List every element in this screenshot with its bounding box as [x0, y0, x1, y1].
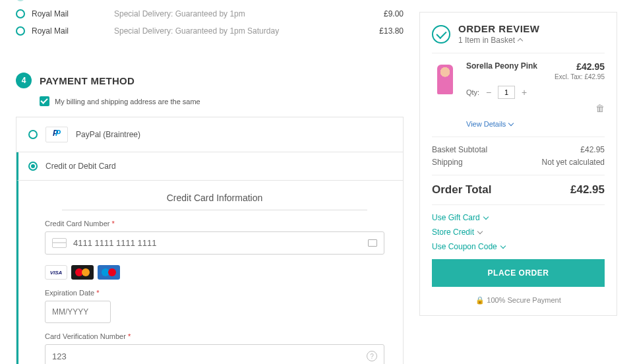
qty-label: Qty: — [466, 88, 479, 96]
cc-cvv-field[interactable] — [52, 351, 360, 361]
shipping-carrier: Royal Mail — [32, 9, 107, 18]
radio-icon — [16, 0, 25, 1]
product-thumbnail[interactable] — [432, 61, 458, 98]
qty-input[interactable] — [498, 86, 515, 99]
shipping-method: Special Delivery: Guaranteed by 1pm Satu… — [114, 26, 357, 36]
subtotal-label: Basket Subtotal — [432, 145, 487, 154]
chevron-up-icon — [518, 38, 523, 44]
step-number: 4 — [16, 73, 32, 88]
payment-option-paypal[interactable]: PayPal (Braintree) — [16, 117, 403, 152]
item-price-excl: Excl. Tax: £42.95 — [555, 73, 605, 80]
order-total-label: Order Total — [432, 183, 491, 197]
qty-increase-button[interactable]: + — [519, 87, 529, 98]
shipping-carrier: Royal Mail — [32, 26, 107, 36]
subtotal-value: £42.95 — [580, 145, 605, 154]
order-total-value: £42.95 — [570, 183, 605, 197]
cc-number-field[interactable] — [73, 238, 361, 248]
chevron-down-icon — [477, 229, 483, 234]
payment-option-label: PayPal (Braintree) — [76, 130, 140, 139]
mastercard-icon — [71, 265, 94, 280]
lock-icon: 🔒 — [475, 296, 485, 304]
coupon-code-link[interactable]: Use Coupon Code — [432, 242, 605, 251]
shipping-value: Not yet calculated — [542, 158, 605, 167]
store-credit-link[interactable]: Store Credit — [432, 228, 605, 237]
chevron-down-icon — [508, 121, 514, 126]
chevron-down-icon — [500, 243, 505, 249]
radio-icon — [16, 9, 25, 18]
cc-exp-label: Expiration Date * — [45, 289, 384, 297]
cc-cvv-input[interactable]: ? — [45, 344, 384, 364]
radio-icon — [28, 162, 38, 171]
payment-option-card[interactable]: Credit or Debit Card — [16, 152, 403, 181]
radio-icon — [28, 130, 38, 139]
shipping-option-row[interactable] — [16, 0, 404, 5]
secure-payment-text: 🔒 100% Secure Payment — [432, 296, 605, 305]
cc-exp-input[interactable] — [45, 301, 111, 323]
payment-option-label: Credit or Debit Card — [45, 162, 116, 171]
same-address-checkbox[interactable]: My billing and shipping address are the … — [40, 96, 404, 106]
shipping-price: £9.00 — [364, 9, 404, 18]
radio-icon — [16, 26, 25, 36]
check-circle-icon — [432, 25, 450, 44]
same-address-label: My billing and shipping address are the … — [55, 98, 200, 106]
place-order-button[interactable]: PLACE ORDER — [432, 259, 605, 287]
cc-number-label: Credit Card Number * — [45, 220, 384, 228]
gift-card-link[interactable]: Use Gift Card — [432, 213, 605, 222]
help-icon[interactable]: ? — [367, 351, 377, 361]
shipping-option-row[interactable]: Royal Mail Special Delivery: Guaranteed … — [16, 22, 404, 40]
chevron-down-icon — [483, 214, 488, 220]
paypal-logo-icon — [45, 127, 68, 142]
card-icon — [52, 238, 67, 248]
visa-icon: VISA — [45, 265, 67, 280]
qty-decrease-button[interactable]: − — [483, 87, 494, 98]
cc-cvv-label: Card Verification Number * — [45, 332, 384, 340]
order-review-panel: ORDER REVIEW 1 Item in Basket Sorella Pe… — [419, 12, 617, 316]
view-details-link[interactable]: View Details — [466, 120, 513, 128]
shipping-label: Shipping — [432, 158, 463, 167]
review-title: ORDER REVIEW — [458, 23, 540, 34]
shipping-method: Special Delivery: Guaranteed by 1pm — [114, 9, 357, 18]
item-price: £42.95 — [555, 61, 605, 72]
review-subtitle-toggle[interactable]: 1 Item in Basket — [458, 36, 540, 45]
shipping-price: £13.80 — [364, 26, 404, 36]
autofill-icon[interactable] — [368, 239, 377, 247]
cc-number-input[interactable] — [45, 231, 384, 255]
maestro-icon — [98, 265, 120, 280]
shipping-option-row[interactable]: Royal Mail Special Delivery: Guaranteed … — [16, 5, 404, 22]
cc-form-title: Credit Card Information — [62, 193, 368, 210]
item-name: Sorella Peony Pink — [466, 61, 537, 80]
checkbox-icon — [40, 96, 49, 106]
remove-item-button[interactable]: 🗑 — [466, 103, 605, 113]
section-title: PAYMENT METHOD — [40, 75, 135, 86]
